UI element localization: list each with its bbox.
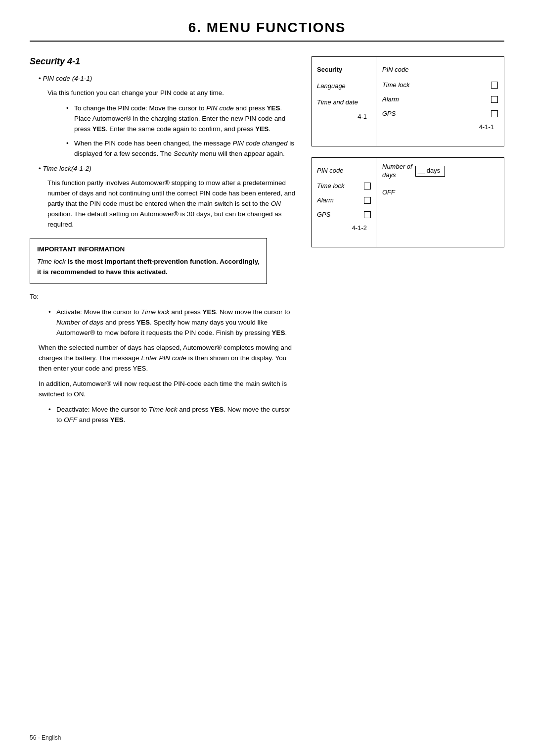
to-para1: When the selected number of days has ela… <box>39 343 297 374</box>
left-column: Security 4-1 • PIN code (4-1-1) Via this… <box>30 56 307 429</box>
time-lock-label: Time lock(4-1-2) <box>43 165 91 172</box>
time-lock-intro: This function partly involves Automower®… <box>47 178 297 230</box>
diag2-alarm-row: Alarm <box>317 193 371 208</box>
days-unit: days <box>427 167 440 174</box>
diag-411-number2: 4-1-1 <box>382 121 498 133</box>
diagram-412-right: Number ofdays __ days OFF <box>376 158 504 247</box>
days-input-row: Number ofdays __ days <box>382 163 498 180</box>
pin-code-intro-text: Via this function you can change your PI… <box>47 88 297 98</box>
time-lock-intro-text: This function partly involves Automower®… <box>47 178 297 230</box>
pin-code-intro: Via this function you can change your PI… <box>47 88 297 159</box>
diag-language-label: Language <box>317 78 371 94</box>
diag-security-label: Security <box>317 62 371 78</box>
diagram-412-left: PIN code Time lock Alarm GPS <box>312 158 376 247</box>
diag-gps-row: GPS <box>382 107 498 121</box>
number-of-days-text: Number ofdays <box>382 163 412 179</box>
diag-alarm-row: Alarm <box>382 93 498 107</box>
page-footer: 56 - English <box>30 734 61 741</box>
diag2-timelock-label: Time lock <box>317 182 345 190</box>
diag-timelock-checkbox <box>491 82 498 89</box>
to-label: To: <box>30 292 297 302</box>
diagram-412-inner: PIN code Time lock Alarm GPS <box>312 158 504 247</box>
pin-code-label: PIN code (4-1-1) <box>43 75 92 82</box>
diag-timelock-row: Time lock <box>382 78 498 93</box>
diagram-411-inner: Security Language Time and date 4-1 PIN … <box>312 57 504 146</box>
page: 6. MENU FUNCTIONS Security 4-1 • PIN cod… <box>0 0 534 756</box>
days-value: __ <box>418 167 427 174</box>
diag-411-number: 4-1 <box>317 111 371 122</box>
number-of-days-label: Number ofdays <box>382 163 412 180</box>
diag2-alarm-checkbox <box>364 197 371 204</box>
section-title: Security 4-1 <box>30 56 297 67</box>
diag-gps-label: GPS <box>382 110 396 118</box>
bullet-time-lock: • Time lock(4-1-2) <box>39 164 297 174</box>
diag-timelock-label: Time lock <box>382 81 410 90</box>
diagram-412: PIN code Time lock Alarm GPS <box>312 157 504 247</box>
right-column: Security Language Time and date 4-1 PIN … <box>307 56 504 429</box>
bullet-pin-code: • PIN code (4-1-1) <box>39 74 297 84</box>
diag2-timelock-checkbox <box>364 183 371 189</box>
diagram-411-right: PIN code Time lock Alarm GPS <box>376 57 504 146</box>
diag-alarm-label: Alarm <box>382 95 399 104</box>
diag2-gps-checkbox <box>364 211 371 218</box>
diag2-gps-row: GPS <box>317 208 371 222</box>
diag2-alarm-label: Alarm <box>317 196 334 205</box>
diag2-pincode-label: PIN code <box>317 163 371 179</box>
to-item2: Deactivate: Move the cursor to Time lock… <box>56 405 297 425</box>
diag-alarm-checkbox <box>491 96 498 103</box>
diag-gps-checkbox <box>491 110 498 117</box>
pin-code-sub2: When the PIN code has been changed, the … <box>74 139 297 159</box>
off-label: OFF <box>382 189 498 196</box>
diag2-gps-label: GPS <box>317 211 330 219</box>
diag2-timelock-row: Time lock <box>317 179 371 193</box>
page-title: 6. MENU FUNCTIONS <box>30 20 504 42</box>
content-area: Security 4-1 • PIN code (4-1-1) Via this… <box>30 56 504 429</box>
diag-timedate-label: Time and date <box>317 94 371 111</box>
to-item1: Activate: Move the cursor to Time lock a… <box>56 307 297 338</box>
diag-412-number: 4-1-2 <box>317 222 371 234</box>
important-box: IMPORTANT INFORMATION Time lock is the m… <box>30 238 267 284</box>
diagram-411: Security Language Time and date 4-1 PIN … <box>312 56 504 146</box>
days-input-box: __ days <box>415 166 445 177</box>
to-para2: In addition, Automower® will now request… <box>39 379 297 400</box>
diagram-411-left: Security Language Time and date 4-1 <box>312 57 376 146</box>
pin-code-sub1: To change the PIN code: Move the cursor … <box>74 103 297 135</box>
important-title: IMPORTANT INFORMATION <box>37 244 260 255</box>
diag-pincode-label: PIN code <box>382 62 498 78</box>
important-body: Time lock is the most important theft-pr… <box>37 257 260 278</box>
